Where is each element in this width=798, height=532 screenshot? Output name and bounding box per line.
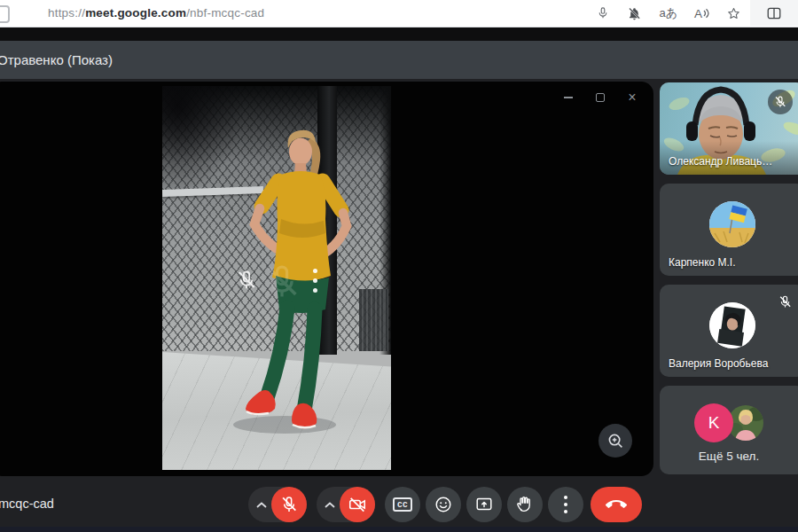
split-screen-icon[interactable]: [750, 0, 798, 26]
browser-address-bar: https://meet.google.com/nbf-mcqc-cad aあ …: [0, 0, 798, 27]
window-top-band: [0, 27, 798, 41]
participant-name: Валерия Воробьева: [669, 357, 768, 370]
avatar-flag: [709, 201, 755, 247]
url-domain: meet.google.com: [85, 6, 186, 20]
participants-sidebar: Олександр Ливаць… Карпенко М.І.: [660, 82, 798, 483]
avatar-photo: [728, 405, 763, 441]
participant-name: Олександр Ливаць…: [669, 155, 772, 168]
shared-video: [162, 86, 391, 470]
window-bottom-edge: [0, 527, 798, 532]
participant-tile-avatar[interactable]: Валерия Воробьева: [660, 285, 798, 377]
presenter-title: Отравенко (Показ): [0, 52, 113, 67]
cc-icon: cc: [393, 497, 412, 512]
read-aloud-icon[interactable]: A: [694, 7, 709, 20]
presenter-muted-mic-icon: [235, 269, 258, 292]
camera-options-chevron[interactable]: [320, 487, 340, 522]
avatar-photo: [709, 302, 755, 348]
camera-off-icon: [348, 495, 367, 514]
chevron-up-icon: [325, 502, 335, 508]
captions-button[interactable]: cc: [385, 487, 420, 522]
mic-control-group: [248, 487, 307, 522]
read-aloud-letter: A: [694, 7, 702, 20]
camera-mute-button[interactable]: [340, 487, 375, 522]
kebab-icon: [564, 496, 567, 513]
raise-hand-button[interactable]: [507, 487, 543, 522]
phone-hangup-icon: [606, 494, 627, 515]
present-button[interactable]: [466, 487, 502, 522]
chevron-up-icon: [256, 502, 267, 508]
meet-control-bar: mcqc-cad cc: [0, 483, 798, 527]
minimize-icon[interactable]: [563, 92, 574, 103]
screen-share-region: ×: [0, 82, 653, 476]
participant-tile-avatar[interactable]: Карпенко М.І.: [660, 184, 798, 276]
mic-permission-icon[interactable]: [596, 6, 610, 20]
meeting-code: mcqc-cad: [0, 497, 54, 511]
page-icon: [0, 5, 10, 23]
participant-name: Карпенко М.І.: [669, 256, 736, 269]
favorite-star-icon[interactable]: [726, 6, 741, 21]
mic-mute-button[interactable]: [271, 487, 307, 522]
url-text[interactable]: https://meet.google.com/nbf-mcqc-cad: [48, 6, 264, 20]
reactions-button[interactable]: [426, 487, 461, 522]
smiley-icon: [434, 495, 453, 514]
url-scheme: https://: [48, 6, 85, 20]
notifications-muted-icon[interactable]: [627, 6, 642, 21]
mic-muted-watermark-icon: [262, 262, 302, 302]
mic-options-chevron[interactable]: [252, 487, 271, 522]
camera-control-group: [317, 487, 375, 522]
end-call-button[interactable]: [591, 487, 642, 522]
present-screen-icon: [474, 495, 494, 514]
participant-tile-video[interactable]: Олександр Ливаць…: [660, 82, 798, 175]
maximize-icon[interactable]: [595, 92, 606, 103]
close-icon[interactable]: ×: [627, 92, 638, 103]
video-options-icon[interactable]: [313, 269, 317, 293]
url-path: /nbf-mcqc-cad: [186, 6, 264, 20]
google-meet-window: https://meet.google.com/nbf-mcqc-cad aあ …: [0, 0, 798, 532]
more-options-button[interactable]: [548, 487, 583, 522]
overflow-count: Ещё 5 чел.: [660, 450, 798, 463]
mic-off-icon: [279, 495, 299, 514]
window-controls: ×: [563, 91, 638, 104]
meet-header: Отравенко (Показ): [0, 41, 798, 79]
translate-icon[interactable]: aあ: [659, 5, 677, 21]
mic-muted-icon: [776, 293, 794, 310]
mic-muted-icon: [768, 90, 793, 114]
avatar-letter: K: [694, 403, 733, 442]
zoom-in-button[interactable]: [598, 424, 632, 458]
participant-tile-overflow[interactable]: K Ещё 5 чел.: [660, 386, 798, 474]
hand-icon: [515, 495, 535, 514]
magnifier-plus-icon: [606, 431, 625, 450]
